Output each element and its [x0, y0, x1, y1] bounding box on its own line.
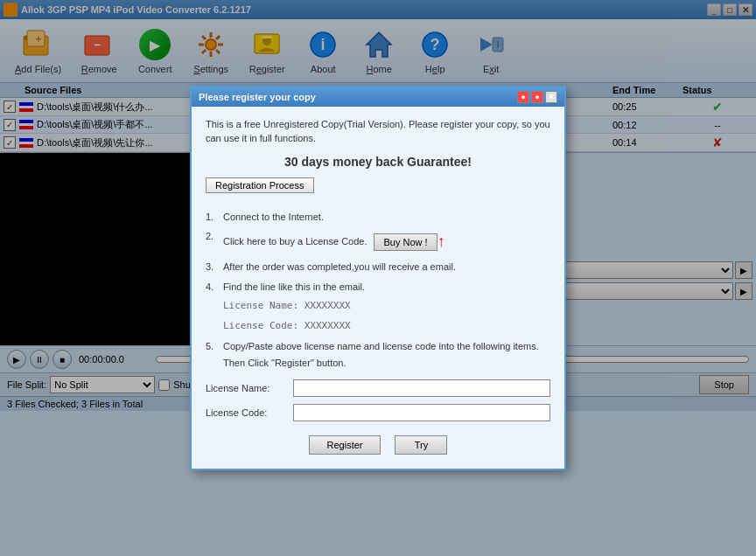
registration-tab[interactable]: Registration Process: [206, 177, 314, 193]
dialog-intro: This is a free Unregistered Copy(Trial V…: [206, 117, 550, 146]
buy-arrow: ↑: [438, 228, 445, 255]
step-4b: License Code: XXXXXXXX: [206, 318, 550, 335]
license-code-row: License Code:: [206, 404, 550, 421]
dialog-buttons: Register Try: [206, 428, 550, 458]
step-4: 4. Find the line like this in the email.: [206, 279, 550, 295]
step-4a: License Name: XXXXXXXX: [206, 298, 550, 315]
step-3: 3. After the order was completed,you wil…: [206, 259, 550, 275]
dialog-overlay: Please register your copy ● ● ✕ This is …: [0, 0, 756, 556]
dialog-title-controls: ● ● ✕: [517, 91, 557, 103]
license-name-input[interactable]: [293, 379, 550, 397]
dialog-red-btn-1[interactable]: ●: [517, 91, 529, 103]
buy-now-button[interactable]: Buy Now !: [374, 233, 437, 251]
dialog-red-btn-2[interactable]: ●: [531, 91, 543, 103]
dialog-content: This is a free Unregistered Copy(Trial V…: [192, 107, 564, 469]
license-name-label: License Name:: [206, 383, 293, 393]
dialog-guarantee: 30 days money back Guarantee!: [206, 155, 550, 169]
license-code-input[interactable]: [293, 404, 550, 421]
dialog-title-bar: Please register your copy ● ● ✕: [192, 87, 564, 107]
step-1: 1. Connect to the Internet.: [206, 209, 550, 226]
dialog-title: Please register your copy: [199, 92, 316, 102]
try-button[interactable]: Try: [395, 435, 447, 455]
dialog-steps: 1. Connect to the Internet. 2. Click her…: [206, 209, 550, 371]
license-code-label: License Code:: [206, 407, 293, 418]
dialog-close-btn[interactable]: ✕: [545, 91, 557, 103]
register-dialog: Please register your copy ● ● ✕ This is …: [190, 86, 566, 470]
step-5: 5. Copy/Paste above license name and lic…: [206, 338, 550, 371]
register-button[interactable]: Register: [309, 435, 382, 455]
license-name-row: License Name:: [206, 379, 550, 397]
step-2: 2. Click here to buy a License Code. Buy…: [206, 228, 550, 255]
